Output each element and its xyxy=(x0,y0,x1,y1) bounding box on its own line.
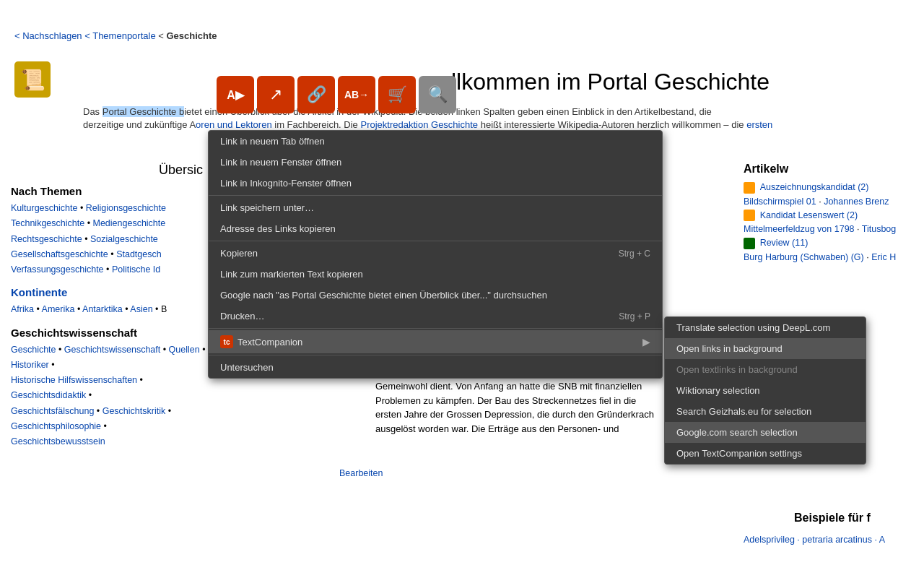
tc-btn-link[interactable]: 🔗 xyxy=(297,76,335,113)
right-sidebar: Artikelw Auszeichnungskandidat (2) Bilds… xyxy=(744,163,917,262)
link-asien[interactable]: Asien xyxy=(130,304,152,314)
tc-btn-ab2[interactable]: AB→ xyxy=(338,76,375,113)
context-menu: Link in neuem Tab öffnen Link in neuem F… xyxy=(208,130,663,379)
breadcrumb: < Nachschlagen < Themenportale < Geschic… xyxy=(14,30,217,41)
link-verfassungsgeschichte[interactable]: Verfassungsgeschichte xyxy=(11,264,104,275)
link-kritik[interactable]: Geschichtskritik xyxy=(103,406,166,416)
tc-btn-search-icon: 🔍 xyxy=(428,85,448,104)
tc-btn-ab[interactable]: A▶ xyxy=(217,76,254,113)
review-link[interactable]: Review (11) xyxy=(760,238,808,248)
ctx-google-search[interactable]: Google nach "as Portal Geschichte bietet… xyxy=(209,285,662,306)
link-kulturgeschichte[interactable]: Kulturgeschichte xyxy=(11,203,77,213)
link-sozialgeschichte[interactable]: Sozialgeschichte xyxy=(90,234,158,244)
breadcrumb-themenportale[interactable]: < Themenportale xyxy=(84,30,155,41)
link-rechtsgeschichte[interactable]: Rechtsgeschichte xyxy=(11,234,82,244)
kandidat-link[interactable]: Kandidat Lesenswert (2) xyxy=(760,210,858,220)
johannes-brenz-link[interactable]: Johannes Brenz xyxy=(824,197,889,207)
ctx-divider-4 xyxy=(209,355,662,355)
titusbog-link[interactable]: Titusbog xyxy=(862,224,896,234)
geschichtswissenschaft-links: Geschichte • Geschichtswissenschaft • Qu… xyxy=(11,342,217,450)
sub-menu: Translate selection using DeepL.com Open… xyxy=(664,316,866,465)
burg-harburg-link[interactable]: Burg Harburg (Schwaben) (G) xyxy=(744,252,864,262)
link-afrika[interactable]: Afrika xyxy=(11,304,34,314)
mittelmeer-row: Mittelmeerfeldzug von 1798 · Titusbog xyxy=(744,224,917,234)
tc-btn-ab2-label: AB→ xyxy=(344,89,369,100)
ctx-textcompanion[interactable]: tc TextCompanion ▶ xyxy=(209,330,662,353)
projektredaktion-link[interactable]: Projektredaktion Geschichte xyxy=(360,119,478,130)
sub-google-search[interactable]: Google.com search selection xyxy=(665,422,866,443)
tc-btn-cart-icon: 🛒 xyxy=(388,85,407,104)
link-historiker[interactable]: Historiker xyxy=(11,360,49,370)
link-mediengeschichte[interactable]: Mediengeschichte xyxy=(92,218,165,228)
ctx-textcompanion-arrow: ▶ xyxy=(642,336,650,348)
ersten-link[interactable]: ersten xyxy=(746,119,772,130)
link-geschichte[interactable]: Geschichte xyxy=(11,345,56,355)
link-stadtgeschichte[interactable]: Stadtgesch xyxy=(116,249,162,259)
kontinente-title: Kontinente xyxy=(11,286,217,298)
star-icon-2 xyxy=(744,210,755,221)
sub-translate[interactable]: Translate selection using DeepL.com xyxy=(665,317,866,338)
mittelmeer-link[interactable]: Mittelmeerfeldzug von 1798 xyxy=(744,224,855,234)
tc-btn-arrow[interactable]: ↗ xyxy=(257,76,295,113)
ctx-open-new-window[interactable]: Link in neuem Fenster öffnen xyxy=(209,152,662,173)
bearbeiten-link[interactable]: Bearbeiten xyxy=(339,468,383,478)
link-quellen[interactable]: Quellen xyxy=(169,345,200,355)
link-antarktika[interactable]: Antarktika xyxy=(82,304,123,314)
link-amerika[interactable]: Amerika xyxy=(42,304,75,314)
themen-links: Kulturgeschichte • Religionsgeschichte T… xyxy=(11,201,217,277)
logo: 📜 xyxy=(14,61,58,105)
review-icon xyxy=(744,238,755,249)
kandidat-row: Kandidat Lesenswert (2) xyxy=(744,210,917,222)
ctx-print[interactable]: Drucken… Strg + P xyxy=(209,306,662,327)
breadcrumb-nachschlagen[interactable]: < Nachschlagen xyxy=(14,30,82,41)
ctx-copy-address[interactable]: Adresse des Links kopieren xyxy=(209,218,662,239)
tc-toolbar: A▶ ↗ 🔗 AB→ 🛒 🔍 xyxy=(217,76,456,113)
ctx-save-link[interactable]: Link speichern unter… xyxy=(209,197,662,218)
auszeichnungskandidat-link[interactable]: Auszeichnungskandidat (2) xyxy=(760,182,869,192)
tc-btn-search[interactable]: 🔍 xyxy=(419,76,456,113)
bildschirmspiel-row: Bildschirmspiel 01 · Johannes Brenz xyxy=(744,197,917,207)
logo-icon: 📜 xyxy=(14,61,51,98)
link-technikgeschichte[interactable]: Technikgeschichte xyxy=(11,218,84,228)
intro-text-1: Das Portal Geschichte bietet einen Überb… xyxy=(83,105,906,119)
uebersicht-heading: Übersic xyxy=(159,163,203,178)
sub-wiktionary[interactable]: Wiktionary selection xyxy=(665,380,866,401)
geschichtswissenschaft-title: Geschichtswissenschaft xyxy=(11,327,217,339)
sub-tc-settings[interactable]: Open TextCompanion settings xyxy=(665,443,866,464)
link-politische[interactable]: Politische Id xyxy=(112,264,160,275)
link-faelschung[interactable]: Geschichtsfälschung xyxy=(11,406,94,416)
link-philosophie[interactable]: Geschichtsphilosophie xyxy=(11,421,101,431)
ctx-untersuchen[interactable]: Untersuchen xyxy=(209,357,662,378)
ctx-divider-2 xyxy=(209,241,662,241)
ctx-copy[interactable]: Kopieren Strg + C xyxy=(209,243,662,264)
sub-search-geizhals[interactable]: Search Geizhals.eu for selection xyxy=(665,401,866,422)
artikelw-title: Artikelw xyxy=(744,163,917,176)
tc-btn-arrow-icon: ↗ xyxy=(269,85,282,104)
beispiele-title: Beispiele für f xyxy=(794,512,871,525)
sub-open-textlinks-bg: Open textlinks in background xyxy=(665,359,866,380)
left-sidebar: Nach Themen Kulturgeschichte • Religions… xyxy=(11,185,217,449)
burg-harburg-row: Burg Harburg (Schwaben) (G) · Eric H xyxy=(744,252,917,262)
ctx-open-incognito[interactable]: Link in Inkognito-Fenster öffnen xyxy=(209,173,662,194)
review-row: Review (11) xyxy=(744,237,917,249)
link-geschichtswissenschaft[interactable]: Geschichtswissenschaft xyxy=(64,345,160,355)
link-hilfswissenschaften[interactable]: Historische Hilfswissenschaften xyxy=(11,375,137,385)
bildschirmspiel-link[interactable]: Bildschirmspiel 01 xyxy=(744,197,816,207)
eric-link[interactable]: Eric H xyxy=(871,252,896,262)
intro-link[interactable]: oren und Lektoren xyxy=(196,119,272,130)
sub-open-links-bg[interactable]: Open links in background xyxy=(665,338,866,359)
link-gesellschaftsgeschichte[interactable]: Gesellschaftsgeschichte xyxy=(11,249,108,259)
ctx-divider-3 xyxy=(209,328,662,329)
tc-small-icon: tc xyxy=(220,335,233,348)
petraria-link[interactable]: petraria arcatinus xyxy=(802,535,872,545)
tc-btn-cart[interactable]: 🛒 xyxy=(378,76,416,113)
link-bewusstsein[interactable]: Geschichtsbewusstsein xyxy=(11,436,105,447)
ctx-open-new-tab[interactable]: Link in neuem Tab öffnen xyxy=(209,131,662,152)
adelsprivileg-link[interactable]: Adelsprivileg xyxy=(744,535,795,545)
ctx-copy-marked[interactable]: Link zum markierten Text kopieren xyxy=(209,264,662,285)
tc-btn-ab-label: A▶ xyxy=(227,88,244,102)
kontinente-links: Afrika • Amerika • Antarktika • Asien • … xyxy=(11,302,217,317)
auszeichnungskandidat-row: Auszeichnungskandidat (2) xyxy=(744,181,917,194)
link-religionsgeschichte[interactable]: Religionsgeschichte xyxy=(86,203,166,213)
link-didaktik[interactable]: Geschichtsdidaktik xyxy=(11,390,86,400)
